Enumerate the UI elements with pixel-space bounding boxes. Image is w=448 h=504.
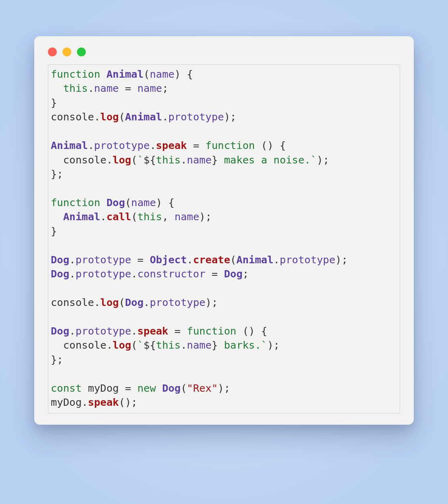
code-token: function: [51, 68, 100, 80]
code-token: prototype: [75, 325, 131, 337]
code-token: (: [131, 211, 137, 223]
code-token: ): [224, 111, 230, 123]
code-token: this: [156, 154, 180, 166]
code-token: myDog: [88, 382, 119, 394]
code-token: makes a noise.: [218, 154, 311, 166]
zoom-icon[interactable]: [77, 48, 86, 56]
code-token: [180, 325, 187, 337]
code-token: }: [51, 353, 57, 366]
code-token: [131, 382, 137, 394]
code-token: ${: [143, 154, 156, 166]
code-token: (): [119, 396, 131, 408]
code-token: .: [180, 154, 187, 166]
code-token: (: [119, 296, 125, 308]
code-token: [143, 254, 149, 266]
code-token: .: [69, 254, 75, 266]
code-token: .: [106, 154, 112, 166]
code-token: const: [51, 382, 82, 394]
code-token: [131, 254, 137, 266]
code-token: create: [193, 254, 230, 266]
code-token: Animal: [106, 68, 143, 80]
code-token: call: [106, 211, 131, 223]
code-token: Object: [150, 254, 187, 266]
code-token: .: [274, 254, 280, 266]
code-token: (): [243, 325, 255, 337]
code-token: Animal: [125, 111, 162, 123]
code-token: prototype: [94, 139, 149, 151]
code-token: name: [150, 68, 174, 80]
code-token: =: [137, 254, 143, 266]
code-token: myDog: [51, 396, 82, 408]
code-token: =: [174, 325, 180, 337]
code-token: `: [311, 154, 317, 166]
code-token: Dog: [51, 325, 69, 337]
code-token: log: [100, 111, 119, 123]
code-token: Dog: [106, 196, 125, 209]
code-token: [119, 382, 125, 394]
code-token: name: [174, 211, 199, 223]
code-token: ;: [212, 296, 218, 308]
code-token: name: [187, 339, 212, 351]
code-token: [187, 139, 193, 151]
code-token: log: [113, 339, 131, 351]
code-token: }: [51, 168, 57, 180]
code-token: new: [137, 382, 156, 394]
code-token: ): [156, 196, 162, 209]
code-token: speak: [156, 139, 187, 151]
code-token: log: [100, 296, 119, 308]
code-token: ): [335, 254, 341, 266]
code-token: [255, 139, 261, 151]
code-content: function Animal(name) { this.name = name…: [51, 67, 397, 410]
code-token: ;: [205, 211, 212, 223]
code-token: ;: [342, 254, 348, 266]
close-icon[interactable]: [48, 48, 57, 56]
code-token: Animal: [51, 139, 88, 151]
code-token: (: [131, 339, 137, 351]
code-token: ,: [162, 211, 168, 223]
code-token: .: [88, 82, 94, 94]
code-token: Dog: [51, 254, 69, 266]
code-token: Animal: [236, 254, 274, 266]
code-token: ;: [243, 268, 249, 280]
code-token: (): [261, 139, 274, 151]
code-token: console: [63, 154, 106, 166]
code-token: Animal: [63, 211, 100, 223]
code-token: [274, 139, 280, 151]
code-token: Dog: [224, 268, 243, 280]
code-token: .: [69, 325, 75, 337]
code-token: Dog: [51, 268, 69, 280]
minimize-icon[interactable]: [62, 48, 71, 56]
code-token: `: [137, 154, 143, 166]
code-token: =: [212, 268, 218, 280]
code-editor[interactable]: function Animal(name) { this.name = name…: [48, 64, 400, 413]
code-token: ;: [57, 353, 63, 366]
code-token: prototype: [168, 111, 224, 123]
code-token: =: [125, 82, 131, 94]
code-token: ): [267, 339, 273, 351]
code-token: .: [100, 211, 106, 223]
code-token: ;: [224, 382, 230, 394]
code-token: ): [218, 382, 224, 394]
code-token: ;: [57, 168, 63, 180]
code-token: constructor: [137, 268, 205, 280]
code-token: [236, 325, 243, 337]
code-token: ;: [162, 82, 168, 94]
code-token: prototype: [150, 296, 205, 308]
code-token: =: [193, 139, 199, 151]
code-token: [218, 268, 224, 280]
code-token: [51, 211, 63, 223]
code-token: ;: [323, 154, 329, 166]
code-token: [82, 382, 88, 394]
code-token: .: [150, 139, 156, 151]
code-token: ;: [274, 339, 280, 351]
code-token: [168, 211, 174, 223]
code-token: .: [69, 268, 75, 280]
code-token: speak: [88, 396, 119, 408]
code-token: .: [131, 325, 137, 337]
code-token: .: [94, 296, 100, 308]
titlebar: [34, 36, 414, 64]
code-token: (: [131, 154, 137, 166]
code-token: "Rex": [187, 382, 218, 394]
code-token: (: [230, 254, 236, 266]
code-token: prototype: [75, 268, 131, 280]
